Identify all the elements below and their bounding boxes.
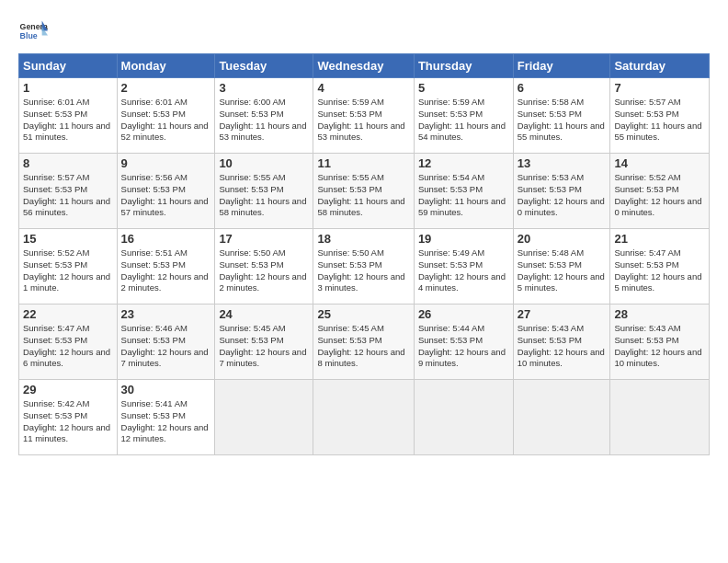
day-info: Sunrise: 5:45 AMSunset: 5:53 PMDaylight:… <box>317 323 409 370</box>
day-info: Sunrise: 5:50 AMSunset: 5:53 PMDaylight:… <box>219 247 309 294</box>
calendar-cell: 2Sunrise: 6:01 AMSunset: 5:53 PMDaylight… <box>117 78 215 154</box>
day-number: 20 <box>518 232 607 246</box>
calendar-week-1: 1Sunrise: 6:01 AMSunset: 5:53 PMDaylight… <box>19 78 710 154</box>
day-info: Sunrise: 5:51 AMSunset: 5:53 PMDaylight:… <box>121 247 211 294</box>
day-number: 7 <box>614 81 705 95</box>
calendar-cell <box>313 380 414 455</box>
calendar-week-3: 15Sunrise: 5:52 AMSunset: 5:53 PMDayligh… <box>19 229 710 304</box>
calendar-cell: 9Sunrise: 5:56 AMSunset: 5:53 PMDaylight… <box>117 154 215 229</box>
day-info: Sunrise: 5:47 AMSunset: 5:53 PMDaylight:… <box>23 323 113 370</box>
day-info: Sunrise: 5:55 AMSunset: 5:53 PMDaylight:… <box>317 172 409 219</box>
calendar-cell: 13Sunrise: 5:53 AMSunset: 5:53 PMDayligh… <box>513 154 610 229</box>
day-number: 4 <box>317 81 409 95</box>
day-number: 21 <box>614 232 705 246</box>
day-info: Sunrise: 5:54 AMSunset: 5:53 PMDaylight:… <box>418 172 509 219</box>
col-header-saturday: Saturday <box>610 54 710 78</box>
calendar-cell: 16Sunrise: 5:51 AMSunset: 5:53 PMDayligh… <box>117 229 215 304</box>
day-info: Sunrise: 5:45 AMSunset: 5:53 PMDaylight:… <box>219 323 309 370</box>
day-info: Sunrise: 6:01 AMSunset: 5:53 PMDaylight:… <box>23 97 113 144</box>
day-info: Sunrise: 5:56 AMSunset: 5:53 PMDaylight:… <box>121 172 211 219</box>
day-info: Sunrise: 5:58 AMSunset: 5:53 PMDaylight:… <box>518 97 607 144</box>
calendar-cell: 6Sunrise: 5:58 AMSunset: 5:53 PMDaylight… <box>513 78 610 154</box>
day-info: Sunrise: 5:57 AMSunset: 5:53 PMDaylight:… <box>614 97 705 144</box>
logo: General Blue <box>18 15 48 44</box>
day-info: Sunrise: 5:59 AMSunset: 5:53 PMDaylight:… <box>317 97 409 144</box>
day-number: 13 <box>518 156 607 170</box>
col-header-tuesday: Tuesday <box>215 54 313 78</box>
calendar-cell: 29Sunrise: 5:42 AMSunset: 5:53 PMDayligh… <box>19 380 118 455</box>
calendar-cell: 28Sunrise: 5:43 AMSunset: 5:53 PMDayligh… <box>610 304 710 380</box>
calendar-cell: 20Sunrise: 5:48 AMSunset: 5:53 PMDayligh… <box>513 229 610 304</box>
calendar-cell: 8Sunrise: 5:57 AMSunset: 5:53 PMDaylight… <box>19 154 118 229</box>
calendar-cell: 17Sunrise: 5:50 AMSunset: 5:53 PMDayligh… <box>215 229 313 304</box>
calendar-header-row: SundayMondayTuesdayWednesdayThursdayFrid… <box>19 54 710 78</box>
calendar-cell: 14Sunrise: 5:52 AMSunset: 5:53 PMDayligh… <box>610 154 710 229</box>
day-number: 17 <box>219 232 309 246</box>
day-info: Sunrise: 5:53 AMSunset: 5:53 PMDaylight:… <box>518 172 607 219</box>
day-number: 14 <box>614 156 705 170</box>
day-number: 27 <box>518 307 607 321</box>
calendar-cell: 12Sunrise: 5:54 AMSunset: 5:53 PMDayligh… <box>414 154 513 229</box>
day-number: 10 <box>219 156 309 170</box>
calendar-cell: 27Sunrise: 5:43 AMSunset: 5:53 PMDayligh… <box>513 304 610 380</box>
calendar-cell: 25Sunrise: 5:45 AMSunset: 5:53 PMDayligh… <box>313 304 414 380</box>
day-number: 28 <box>614 307 705 321</box>
day-number: 18 <box>317 232 409 246</box>
header: General Blue <box>18 15 710 44</box>
calendar-cell <box>414 380 513 455</box>
day-info: Sunrise: 5:47 AMSunset: 5:53 PMDaylight:… <box>614 247 705 294</box>
day-number: 25 <box>317 307 409 321</box>
day-number: 26 <box>418 307 509 321</box>
calendar-cell: 21Sunrise: 5:47 AMSunset: 5:53 PMDayligh… <box>610 229 710 304</box>
day-number: 3 <box>219 81 309 95</box>
day-info: Sunrise: 5:52 AMSunset: 5:53 PMDaylight:… <box>23 247 113 294</box>
calendar-cell <box>610 380 710 455</box>
calendar-cell <box>215 380 313 455</box>
svg-text:Blue: Blue <box>20 31 38 40</box>
day-number: 24 <box>219 307 309 321</box>
day-number: 22 <box>23 307 113 321</box>
calendar-cell <box>513 380 610 455</box>
calendar-cell: 15Sunrise: 5:52 AMSunset: 5:53 PMDayligh… <box>19 229 118 304</box>
day-number: 9 <box>121 156 211 170</box>
day-info: Sunrise: 5:43 AMSunset: 5:53 PMDaylight:… <box>614 323 705 370</box>
day-info: Sunrise: 5:52 AMSunset: 5:53 PMDaylight:… <box>614 172 705 219</box>
calendar-week-4: 22Sunrise: 5:47 AMSunset: 5:53 PMDayligh… <box>19 304 710 380</box>
calendar-week-2: 8Sunrise: 5:57 AMSunset: 5:53 PMDaylight… <box>19 154 710 229</box>
day-info: Sunrise: 5:46 AMSunset: 5:53 PMDaylight:… <box>121 323 211 370</box>
col-header-friday: Friday <box>513 54 610 78</box>
col-header-thursday: Thursday <box>414 54 513 78</box>
calendar-cell: 7Sunrise: 5:57 AMSunset: 5:53 PMDaylight… <box>610 78 710 154</box>
calendar-cell: 19Sunrise: 5:49 AMSunset: 5:53 PMDayligh… <box>414 229 513 304</box>
calendar-cell: 10Sunrise: 5:55 AMSunset: 5:53 PMDayligh… <box>215 154 313 229</box>
calendar-cell: 5Sunrise: 5:59 AMSunset: 5:53 PMDaylight… <box>414 78 513 154</box>
day-info: Sunrise: 5:49 AMSunset: 5:53 PMDaylight:… <box>418 247 509 294</box>
calendar-cell: 18Sunrise: 5:50 AMSunset: 5:53 PMDayligh… <box>313 229 414 304</box>
day-number: 2 <box>121 81 211 95</box>
calendar-cell: 26Sunrise: 5:44 AMSunset: 5:53 PMDayligh… <box>414 304 513 380</box>
day-info: Sunrise: 5:42 AMSunset: 5:53 PMDaylight:… <box>23 398 113 445</box>
calendar-week-5: 29Sunrise: 5:42 AMSunset: 5:53 PMDayligh… <box>19 380 710 455</box>
day-info: Sunrise: 5:57 AMSunset: 5:53 PMDaylight:… <box>23 172 113 219</box>
day-number: 23 <box>121 307 211 321</box>
col-header-monday: Monday <box>117 54 215 78</box>
calendar-cell: 3Sunrise: 6:00 AMSunset: 5:53 PMDaylight… <box>215 78 313 154</box>
col-header-wednesday: Wednesday <box>313 54 414 78</box>
calendar-table: SundayMondayTuesdayWednesdayThursdayFrid… <box>18 53 710 455</box>
calendar-cell: 24Sunrise: 5:45 AMSunset: 5:53 PMDayligh… <box>215 304 313 380</box>
logo-icon: General Blue <box>18 15 48 44</box>
day-number: 16 <box>121 232 211 246</box>
day-number: 12 <box>418 156 509 170</box>
day-info: Sunrise: 5:55 AMSunset: 5:53 PMDaylight:… <box>219 172 309 219</box>
day-info: Sunrise: 5:44 AMSunset: 5:53 PMDaylight:… <box>418 323 509 370</box>
day-number: 1 <box>23 81 113 95</box>
col-header-sunday: Sunday <box>19 54 118 78</box>
day-info: Sunrise: 5:59 AMSunset: 5:53 PMDaylight:… <box>418 97 509 144</box>
day-info: Sunrise: 5:41 AMSunset: 5:53 PMDaylight:… <box>121 398 211 445</box>
day-info: Sunrise: 5:50 AMSunset: 5:53 PMDaylight:… <box>317 247 409 294</box>
day-info: Sunrise: 5:43 AMSunset: 5:53 PMDaylight:… <box>518 323 607 370</box>
calendar-cell: 1Sunrise: 6:01 AMSunset: 5:53 PMDaylight… <box>19 78 118 154</box>
day-info: Sunrise: 5:48 AMSunset: 5:53 PMDaylight:… <box>518 247 607 294</box>
calendar-cell: 30Sunrise: 5:41 AMSunset: 5:53 PMDayligh… <box>117 380 215 455</box>
day-info: Sunrise: 6:00 AMSunset: 5:53 PMDaylight:… <box>219 97 309 144</box>
